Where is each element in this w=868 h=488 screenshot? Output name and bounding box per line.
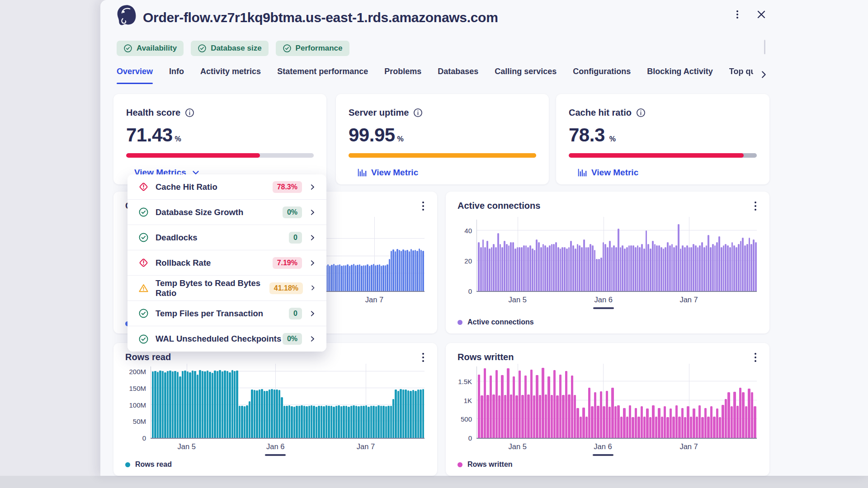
chevron-right-icon — [308, 234, 316, 242]
rows-read-bars — [151, 366, 425, 438]
chart-legend: Rows written — [458, 460, 513, 469]
unit: % — [175, 135, 181, 143]
metric-value-pill: 0% — [283, 333, 302, 345]
tab-blocking-activity[interactable]: Blocking Activity — [647, 67, 712, 87]
legend-label: Active connections — [467, 318, 534, 326]
error-diamond-icon — [138, 258, 149, 268]
chart-title: Rows read — [125, 352, 171, 362]
rows-written-chart-card: Rows written05001K1.5KJan 5Jan 6Jan 7Row… — [446, 343, 769, 476]
page-title: Order-flow.vz7r1kq9btma.us-east-1.rds.am… — [143, 10, 498, 25]
y-axis-label: 0 — [125, 434, 146, 442]
chart-kebab-menu-icon[interactable] — [417, 350, 429, 365]
tab-configurations[interactable]: Configurations — [573, 67, 631, 87]
tab-overview[interactable]: Overview — [117, 67, 153, 87]
health-score-value: 71.43 — [126, 124, 173, 145]
scroll-indicator[interactable] — [593, 307, 614, 309]
bar-chart-icon — [577, 168, 587, 178]
tab-bar: OverviewInfoActivity metricsStatement pe… — [117, 67, 753, 87]
tab-problems[interactable]: Problems — [384, 67, 421, 87]
plot-area: Jan 5Jan 6Jan 7 — [476, 220, 757, 291]
chevron-right-icon — [308, 183, 316, 191]
x-axis-label: Jan 7 — [679, 296, 698, 304]
check-circle-icon — [138, 207, 149, 217]
close-icon[interactable] — [754, 7, 769, 22]
metric-value-pill: 0 — [289, 308, 302, 319]
view-metric-link[interactable]: View Metric — [357, 168, 418, 178]
tab-info[interactable]: Info — [169, 67, 184, 87]
rows-written-bars — [477, 366, 757, 438]
info-icon[interactable] — [636, 108, 646, 117]
y-axis-label: 0 — [458, 434, 472, 442]
x-axis-label: Jan 5 — [177, 442, 195, 451]
y-axis-label: 500 — [458, 415, 472, 423]
y-axis-label: 200M — [125, 368, 146, 375]
warning-triangle-icon — [138, 283, 149, 293]
plot-area: Jan 5Jan 6Jan 7 — [151, 366, 425, 438]
scroll-indicator[interactable] — [265, 454, 286, 456]
x-axis-label: Jan 6 — [594, 442, 612, 451]
dropdown-item-label: Temp Bytes to Read Bytes Ratio — [156, 278, 269, 298]
legend-label: Rows written — [467, 460, 513, 469]
y-axis-label: 40 — [458, 226, 472, 234]
tab-top-queries-b[interactable]: Top queries b — [729, 67, 753, 87]
y-axis-label: 0 — [458, 287, 472, 295]
y-axis-label: 100M — [125, 401, 146, 408]
postgresql-elephant-icon — [116, 5, 137, 26]
rows-read-chart-card: Rows read050M100M150M200MJan 5Jan 6Jan 7… — [113, 343, 437, 476]
chart-kebab-menu-icon[interactable] — [417, 199, 429, 213]
badges-scrollbar[interactable] — [764, 40, 765, 54]
metric-value-pill: 7.19% — [273, 257, 302, 269]
tab-statement-performance[interactable]: Statement performance — [277, 67, 368, 87]
error-diamond-icon — [138, 182, 149, 192]
dropdown-item-cache-hit-ratio[interactable]: Cache Hit Ratio78.3% — [127, 174, 326, 200]
check-circle-icon — [138, 232, 149, 243]
tabs-scroll-right-icon[interactable] — [757, 68, 770, 81]
dropdown-item-temp-bytes-to-read-bytes-ratio[interactable]: Temp Bytes to Read Bytes Ratio41.18% — [127, 276, 326, 301]
dropdown-item-database-size-growth[interactable]: Database Size Growth0% — [127, 200, 326, 225]
status-badges: AvailabilityDatabase sizePerformance — [117, 41, 349, 56]
health-score-progress — [126, 153, 314, 158]
metric-value-pill: 0% — [283, 206, 302, 218]
plot-area: Jan 5Jan 6Jan 7 — [476, 366, 757, 438]
y-axis-label: 20 — [458, 257, 472, 264]
info-icon[interactable] — [413, 108, 423, 117]
dropdown-item-temp-files-per-transaction[interactable]: Temp Files per Transaction0 — [127, 301, 326, 326]
check-circle-icon — [138, 308, 149, 319]
cache-hit-ratio-progress — [569, 153, 757, 158]
view-metric-link[interactable]: View Metric — [577, 168, 638, 178]
card-title: Cache hit ratio — [569, 108, 632, 118]
dropdown-item-rollback-rate[interactable]: Rollback Rate7.19% — [127, 250, 326, 276]
dropdown-item-label: Temp Files per Transaction — [156, 309, 289, 319]
dropdown-item-wal-unscheduled-checkpoints[interactable]: WAL Unscheduled Checkpoints0% — [127, 326, 326, 352]
x-axis-label: Jan 6 — [594, 296, 613, 304]
chart-kebab-menu-icon[interactable] — [750, 199, 761, 213]
info-icon[interactable] — [185, 108, 194, 117]
chart-legend: Rows read — [125, 460, 172, 469]
dropdown-item-label: Database Size Growth — [156, 207, 283, 217]
dropdown-item-deadlocks[interactable]: Deadlocks0 — [127, 225, 326, 250]
chart-kebab-menu-icon[interactable] — [750, 350, 761, 365]
check-circle-icon — [138, 334, 149, 344]
y-axis-label: 1K — [458, 396, 472, 404]
tab-activity-metrics[interactable]: Activity metrics — [200, 67, 261, 87]
cache-hit-ratio-value: 78.3 — [569, 124, 605, 145]
panel-kebab-menu-icon[interactable] — [731, 7, 744, 22]
server-uptime-card: Server uptime 99.95% View Metric — [336, 94, 549, 184]
dropdown-item-label: Deadlocks — [156, 233, 289, 243]
chevron-right-icon — [309, 284, 316, 292]
chart-title: Rows written — [458, 352, 514, 362]
legend-dot — [125, 462, 130, 467]
metric-value-pill: 0 — [289, 232, 302, 244]
chart-legend: Active connections — [458, 318, 534, 326]
tab-databases[interactable]: Databases — [438, 67, 478, 87]
x-axis-label: Jan 7 — [357, 442, 375, 451]
health-score-card: Health score 71.43% View Metrics — [113, 94, 326, 184]
database-detail-panel: Order-flow.vz7r1kq9btma.us-east-1.rds.am… — [100, 0, 868, 476]
legend-label: Rows read — [135, 460, 172, 469]
scroll-indicator[interactable] — [593, 454, 613, 456]
legend-dot — [458, 320, 462, 325]
y-axis-label: 150M — [125, 384, 146, 392]
tab-calling-services[interactable]: Calling services — [495, 67, 557, 87]
y-axis-label: 50M — [125, 418, 146, 425]
y-axis-label: 1.5K — [458, 378, 472, 385]
